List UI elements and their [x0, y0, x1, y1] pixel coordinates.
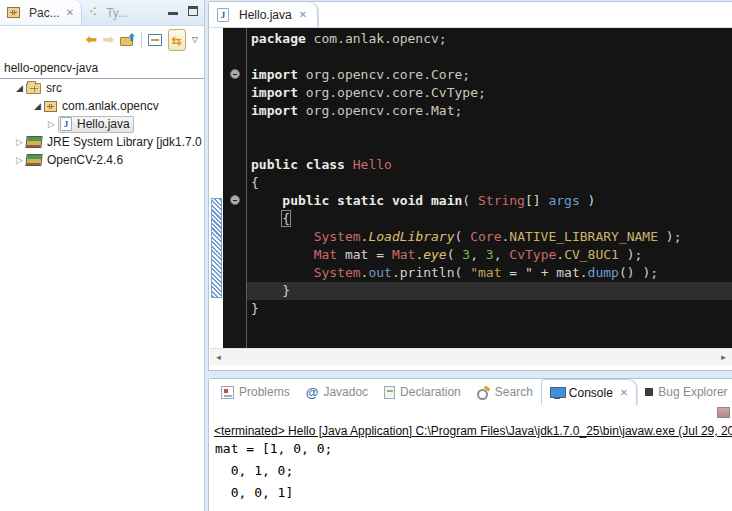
declaration-icon	[384, 386, 395, 399]
type-hierarchy-icon: ⠪	[89, 6, 97, 19]
console-toolbar	[209, 405, 732, 421]
package-explorer-icon	[7, 7, 20, 18]
tree-item-hello-java-label: Hello.java	[77, 117, 130, 131]
back-icon[interactable]: ⬅	[86, 33, 97, 46]
library-icon	[25, 136, 42, 148]
code-line	[247, 336, 732, 348]
code-line: Mat mat = Mat.eye( 3, 3, CvType.CV_8UC1 …	[247, 246, 732, 264]
code-line: import org.opencv.core.Core;	[247, 66, 732, 84]
fold-collapse-icon[interactable]	[230, 195, 240, 205]
tree-item-jre-library-label: JRE System Library [jdk1.7.0	[47, 135, 202, 149]
chevron-collapsed-icon[interactable]: ▷	[13, 155, 26, 165]
tree-item-src-label: src	[46, 81, 62, 95]
code-line: {	[247, 174, 732, 192]
editor-tabbar: J Hello.java ✕	[209, 2, 732, 28]
code-line: package com.anlak.opencv;	[247, 30, 732, 48]
forward-icon[interactable]: ➡	[103, 33, 114, 46]
package-explorer-toolbar: ⬅ ➡ ⬆ ⇆ ▽	[0, 26, 204, 53]
close-icon[interactable]: ✕	[620, 387, 628, 398]
fold-collapse-icon[interactable]	[230, 69, 240, 79]
tree-item-hello-java[interactable]: ▷ J Hello.java	[0, 115, 204, 133]
console-panel: Problems @ Javadoc Declaration Search Co…	[208, 378, 732, 511]
project-tree: hello-opencv-java ◢ src ◢ com.anlak.open…	[0, 53, 204, 169]
code-line	[247, 120, 732, 138]
tab-javadoc[interactable]: @ Javadoc	[298, 379, 376, 405]
tree-item-package-label: com.anlak.opencv	[62, 99, 159, 113]
console-process-status[interactable]: <terminated> Hello [Java Application] C:…	[209, 421, 732, 439]
selected-tree-item[interactable]: J Hello.java	[58, 116, 134, 133]
tree-item-project[interactable]: hello-opencv-java	[0, 59, 204, 78]
console-output[interactable]: mat = [1, 0, 0; 0, 1, 0; 0, 0, 1]	[209, 439, 732, 507]
tab-bug-explorer[interactable]: Bug Explorer	[637, 379, 732, 405]
tab-javadoc-label: Javadoc	[323, 385, 368, 399]
tree-item-package[interactable]: ◢ com.anlak.opencv	[0, 97, 204, 115]
tab-declaration[interactable]: Declaration	[376, 379, 469, 405]
java-file-icon: J	[60, 117, 72, 131]
scroll-right-icon[interactable]: ▸	[715, 352, 732, 362]
horizontal-scrollbar[interactable]: ◂ ▸	[210, 348, 732, 365]
tab-hello-java[interactable]: J Hello.java ✕	[209, 2, 318, 27]
tab-search[interactable]: Search	[469, 379, 541, 405]
view-menu-icon[interactable]: ▽	[192, 35, 198, 44]
package-icon	[44, 101, 57, 112]
tab-console-label: Console	[569, 386, 613, 400]
chevron-expanded-icon[interactable]: ◢	[13, 83, 26, 93]
tree-item-opencv-library-label: OpenCV-2.4.6	[47, 153, 123, 167]
code-line	[247, 138, 732, 156]
javadoc-at-icon: @	[306, 385, 319, 400]
console-output-line: 0, 1, 0;	[215, 463, 732, 485]
close-icon[interactable]: ✕	[299, 9, 307, 20]
code-line: }	[247, 300, 732, 318]
collapse-all-icon[interactable]	[148, 34, 162, 46]
console-tabbar: Problems @ Javadoc Declaration Search Co…	[209, 379, 732, 405]
code-line	[247, 318, 732, 336]
chevron-expanded-icon[interactable]: ◢	[31, 101, 44, 111]
problems-icon	[221, 386, 234, 399]
tree-item-src[interactable]: ◢ src	[0, 79, 204, 97]
scroll-left-icon[interactable]: ◂	[210, 352, 227, 362]
tab-type-hierarchy[interactable]: ⠪ Ty...	[82, 0, 135, 25]
link-with-editor-button[interactable]: ⇆	[168, 29, 186, 51]
up-folder-icon[interactable]: ⬆	[120, 34, 135, 46]
code-line: System.out.println( "mat = " + mat.dump(…	[247, 264, 732, 282]
current-code-line: }	[247, 282, 732, 300]
console-output-line: 0, 0, 1]	[215, 485, 732, 507]
maximize-button[interactable]	[188, 6, 198, 16]
terminate-icon[interactable]	[717, 407, 730, 418]
tab-search-label: Search	[495, 385, 533, 399]
library-icon	[25, 154, 42, 166]
bug-square-icon	[645, 388, 653, 396]
tab-declaration-label: Declaration	[400, 385, 461, 399]
search-icon	[477, 386, 490, 399]
left-panel-tabbar: Pac... ✕ ⠪ Ty...	[0, 0, 204, 26]
tab-console[interactable]: Console ✕	[541, 379, 637, 405]
tab-problems[interactable]: Problems	[213, 379, 298, 405]
chevron-collapsed-icon[interactable]: ▷	[13, 137, 26, 147]
close-icon[interactable]: ✕	[66, 7, 74, 18]
tab-type-hierarchy-label: Ty...	[106, 6, 128, 20]
code-line: public static void main( String[] args )	[247, 192, 732, 210]
minimize-button[interactable]	[168, 6, 178, 15]
tree-item-jre-library[interactable]: ▷ JRE System Library [jdk1.7.0	[0, 133, 204, 151]
tab-hello-java-label: Hello.java	[239, 8, 292, 22]
tree-item-opencv-library[interactable]: ▷ OpenCV-2.4.6	[0, 151, 204, 169]
editor-area: J Hello.java ✕ package com.anlak.opencv;…	[208, 1, 732, 371]
tab-problems-label: Problems	[239, 385, 290, 399]
java-file-icon: J	[217, 8, 229, 22]
code-line: import org.opencv.core.Mat;	[247, 102, 732, 120]
source-folder-icon	[26, 83, 41, 94]
annotation-ruler[interactable]	[223, 28, 247, 348]
tab-package-explorer[interactable]: Pac... ✕	[0, 0, 82, 25]
quick-diff-ruler[interactable]	[210, 28, 223, 348]
up-arrow-glyph: ⬆	[127, 32, 135, 43]
code-line: {	[247, 210, 732, 228]
code-line: public class Hello	[247, 156, 732, 174]
console-icon	[550, 387, 564, 399]
toolbar-separator	[141, 32, 142, 48]
code-editor[interactable]: package com.anlak.opencv;import org.open…	[247, 28, 732, 348]
tab-package-explorer-label: Pac...	[29, 6, 60, 20]
diff-changed-region	[211, 198, 222, 298]
package-explorer-panel: Pac... ✕ ⠪ Ty... ⬅ ➡ ⬆ ⇆ ▽ hello-opencv-…	[0, 0, 205, 511]
chevron-collapsed-icon[interactable]: ▷	[45, 119, 58, 129]
code-line: import org.opencv.core.CvType;	[247, 84, 732, 102]
